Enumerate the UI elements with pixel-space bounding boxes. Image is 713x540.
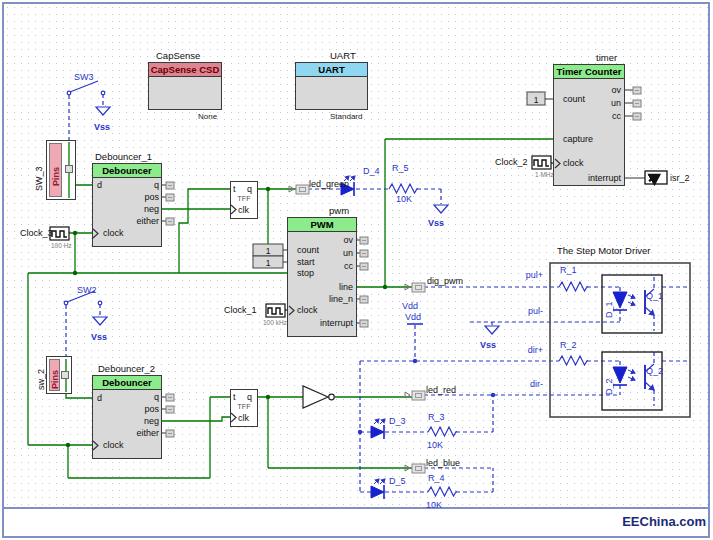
sw3-pin-icon bbox=[65, 165, 73, 173]
led-d1-icon[interactable] bbox=[613, 292, 635, 310]
tff2-pin-clk: clk bbox=[238, 413, 249, 423]
r4-label: R_4 bbox=[428, 473, 445, 483]
q1-label: Q_1 bbox=[646, 291, 663, 301]
switch-sw3-icon[interactable] bbox=[67, 81, 105, 95]
pwm-pin-stop: stop bbox=[297, 268, 314, 278]
tff1-pin-q: q bbox=[247, 184, 252, 194]
r5-value: 10K bbox=[396, 194, 412, 204]
pwm-pin-start: start bbox=[297, 257, 315, 267]
logic-const-boxes[interactable] bbox=[253, 92, 545, 268]
resistor-r5-icon[interactable] bbox=[389, 184, 418, 193]
deb1-pin-q: q bbox=[119, 180, 159, 190]
r2-label: R_2 bbox=[560, 340, 577, 350]
net-terminal-icons[interactable] bbox=[289, 185, 425, 473]
r3-label: R_3 bbox=[428, 412, 445, 422]
clock2-label: Clock_2 bbox=[495, 157, 528, 167]
q2-label: Q_2 bbox=[646, 366, 663, 376]
clock1-waveform-icon[interactable] bbox=[266, 304, 285, 317]
resistor-r1-icon[interactable] bbox=[559, 282, 588, 291]
pwm-pin-interrupt: interrupt bbox=[303, 318, 353, 328]
timer-pin-capture: capture bbox=[563, 134, 593, 144]
vss-symbol-r5[interactable] bbox=[434, 205, 448, 213]
tff1-name: TFF bbox=[230, 194, 258, 204]
wire-deb2-neg-to-tff2-clk[interactable] bbox=[162, 417, 230, 421]
deb1-pin-clock: clock bbox=[103, 228, 124, 238]
driver-pin-dir-minus: dir- bbox=[505, 379, 543, 389]
uart-config: Standard bbox=[330, 112, 362, 122]
driver-pin-dir-plus: dir+ bbox=[505, 345, 543, 355]
timer-pin-ov: ov bbox=[581, 85, 621, 95]
led-d5-icon[interactable] bbox=[371, 479, 385, 499]
interrupt-isr2-icon[interactable] bbox=[645, 171, 667, 184]
d3-label: D_3 bbox=[389, 416, 406, 426]
tff2-pin-q: q bbox=[247, 392, 252, 402]
isr2-label: isr_2 bbox=[670, 173, 690, 183]
pwm-pin-line: line bbox=[313, 282, 353, 292]
deb1-pin-d: d bbox=[97, 180, 102, 190]
sw2-pins-label: Pins bbox=[50, 370, 60, 389]
tff2-name: TFF bbox=[230, 402, 258, 412]
driver-pin-pul-minus: pul- bbox=[505, 306, 543, 316]
sw3-label: SW3 bbox=[74, 72, 94, 82]
clock3-label: Clock_3 bbox=[20, 228, 53, 238]
timer-pin-un: un bbox=[581, 98, 621, 108]
vdd-symbol-label: Vdd bbox=[405, 312, 421, 322]
clock2-freq: 1 MHz bbox=[535, 170, 554, 180]
pwm-count-const: 1 bbox=[253, 246, 283, 256]
resistor-r4-icon[interactable] bbox=[428, 487, 457, 496]
net-dig-pwm: dig_pwm bbox=[427, 276, 463, 286]
clock2-waveform-icon[interactable] bbox=[532, 156, 551, 169]
sw3-pins-title: SW_3 bbox=[34, 166, 44, 191]
led-d3-icon[interactable] bbox=[371, 419, 385, 439]
inverter-gate[interactable] bbox=[303, 386, 334, 408]
timer-count-const: 1 bbox=[527, 95, 545, 105]
sw3-pins-label: Pins bbox=[51, 167, 61, 186]
d5-label: D_5 bbox=[389, 476, 406, 486]
wire-tff1-q-net[interactable] bbox=[258, 189, 296, 244]
pwm-pin-line-n: line_n bbox=[313, 294, 353, 304]
deb1-pin-either: either bbox=[119, 216, 159, 226]
pwm-pin-ov: ov bbox=[313, 235, 353, 245]
deb1-pin-neg: neg bbox=[119, 204, 159, 214]
timer-pin-cc: cc bbox=[581, 111, 621, 121]
d1-label: D_1 bbox=[604, 301, 614, 318]
pwm-pin-cc: cc bbox=[313, 261, 353, 271]
r5-label: R_5 bbox=[392, 163, 409, 173]
clock-chevron-icons bbox=[93, 159, 560, 450]
sw2-pins-title: sw_2 bbox=[36, 369, 46, 390]
vss-symbol-pulminus[interactable] bbox=[485, 326, 499, 334]
tff2-pin-t: t bbox=[233, 392, 236, 402]
clock1-label: Clock_1 bbox=[224, 305, 257, 315]
deb2-pin-q: q bbox=[119, 392, 159, 402]
pwm-pin-un: un bbox=[313, 248, 353, 258]
resistor-r2-icon[interactable] bbox=[559, 356, 588, 365]
vss-symbol-sw2[interactable] bbox=[93, 317, 107, 325]
debouncer1-title: Debouncer_1 bbox=[95, 152, 152, 162]
r3-value: 10K bbox=[427, 440, 443, 450]
deb2-pin-neg: neg bbox=[119, 416, 159, 426]
schematic-graphics bbox=[0, 0, 713, 540]
vss-label-sw2: Vss bbox=[91, 332, 107, 342]
vss-symbol-sw3[interactable] bbox=[96, 107, 110, 115]
clock1-freq: 100 kHz bbox=[263, 318, 287, 328]
deb2-pin-pos: pos bbox=[119, 404, 159, 414]
led-d2-icon[interactable] bbox=[613, 367, 635, 385]
net-led-blue: led_blue bbox=[426, 458, 460, 468]
clock3-freq: 100 Hz bbox=[51, 241, 72, 251]
d4-label: D_4 bbox=[363, 166, 380, 176]
tff1-pin-clk: clk bbox=[238, 205, 249, 215]
wire-junction-dots-green bbox=[66, 187, 387, 447]
resistor-r3-icon[interactable] bbox=[428, 427, 457, 436]
deb2-pin-clock: clock bbox=[103, 440, 124, 450]
watermark: EEChina.com bbox=[590, 514, 706, 529]
vss-label-pulminus: Vss bbox=[480, 340, 496, 350]
timer-title: timer bbox=[596, 53, 617, 63]
pwm-pin-clock: clock bbox=[297, 305, 318, 315]
vss-label-r5: Vss bbox=[428, 218, 444, 228]
clock3-waveform-icon[interactable] bbox=[50, 227, 69, 240]
capsense-title: CapSense bbox=[156, 51, 200, 61]
net-led-green: led_green bbox=[309, 179, 349, 189]
d2-label: D_2 bbox=[604, 378, 614, 395]
pwm-title: pwm bbox=[329, 206, 349, 216]
vss-label-sw3: Vss bbox=[94, 122, 110, 132]
